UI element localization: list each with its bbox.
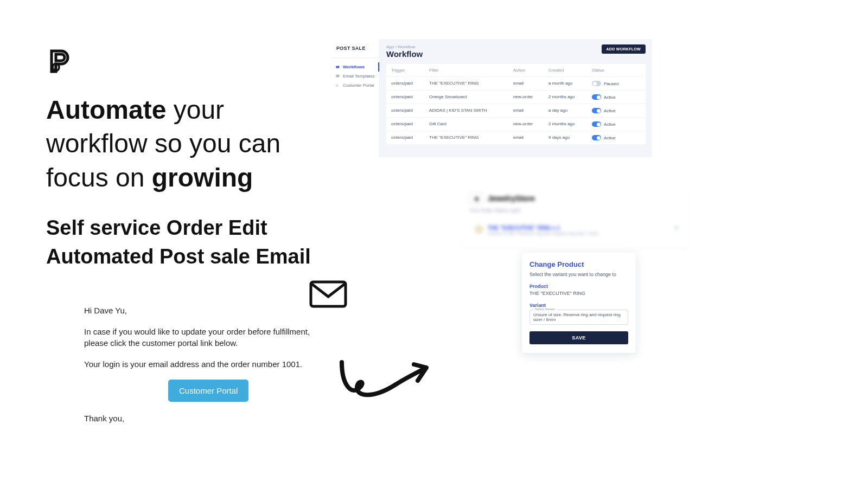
headline-strong-1: Automate [46,95,166,124]
table-row[interactable]: orders/paidADIDAS | KID'S STAN SMITHemai… [386,104,646,118]
product-thumb-icon [475,225,483,234]
sidebar-item-workflows[interactable]: ⇄ Workflows [332,62,379,72]
cell-trigger: orders/paid [391,94,429,100]
store-logo-icon: ◈ [469,192,483,204]
cell-filter: THE "EXECUTIVE" RING [429,135,513,140]
subhead-order-edit: Self service Order Edit [46,216,328,240]
headline: Automate your workflow so you can focus … [46,93,328,195]
variant-select[interactable]: Select Variant Unsure of size. Reserve r… [529,310,628,325]
add-workflow-button[interactable]: ADD WORKFLOW [602,44,646,54]
col-action: Action [513,68,548,73]
cell-created: 9 days ago [548,135,592,140]
email-thanks: Thank you, [84,413,328,424]
edit-icon[interactable]: ✎ [674,225,679,231]
breadcrumb: App / Workflow [386,44,423,49]
cell-trigger: orders/paid [391,108,429,113]
cell-created: a day ago [548,108,592,113]
status-text: Active [604,95,616,100]
email-line-1: In case if you would like to update your… [84,326,328,349]
email-line-2: Your login is your email address and the… [84,358,328,370]
col-filter: Filter [429,68,513,73]
item-variant: Unsure of size. Reserve ring and request… [488,231,599,236]
item-title: THE "EXECUTIVE" RING x 1 [488,225,599,231]
store-name: JewelryStore [488,194,535,203]
status-toggle[interactable] [592,81,601,86]
email-greeting: Hi Dave Yu, [84,305,328,316]
headline-strong-2: growing [152,163,253,192]
sidebar-item-label: Workflows [343,65,365,69]
product-label: Product [529,284,628,289]
table-row[interactable]: orders/paidOrange Snowboardnew-order2 mo… [386,91,646,104]
sidebar-item-label: Email Templates [343,74,375,79]
select-value: Unsure of size. Reserve ring and request… [533,312,621,322]
table-row[interactable]: orders/paidGift Cardnew-order2 months ag… [386,118,646,131]
cell-status: Paused [592,81,641,86]
status-text: Active [604,108,616,113]
cell-action: email [513,108,548,113]
cell-action: new-order [513,121,548,127]
page-title: Workflow [386,49,423,59]
cell-trigger: orders/paid [391,135,429,140]
col-trigger: Trigger [391,68,429,73]
subhead-post-sale: Automated Post sale Email [46,245,328,268]
status-toggle[interactable] [592,94,601,100]
cell-status: Active [592,121,641,127]
arrow-doodle-icon [335,358,433,407]
cell-created: 2 months ago [548,94,592,100]
table-row[interactable]: orders/paidTHE "EXECUTIVE" RINGemaila mo… [386,77,646,91]
cell-status: Active [592,108,641,113]
cell-filter: ADIDAS | KID'S STAN SMITH [429,108,513,113]
workflow-table: Trigger Filter Action Created Status ord… [386,64,646,144]
cell-created: a month ago [548,81,592,86]
cell-trigger: orders/paid [391,121,429,127]
col-created: Created [548,68,592,73]
workflow-app: POST SALE ⇄ Workflows ✉ Email Templates … [332,39,652,157]
modal-desc: Select the variant you want to change to [529,272,628,277]
portal-icon: ⌂ [336,83,340,88]
cell-trigger: orders/paid [391,81,429,86]
order-line-item: THE "EXECUTIVE" RING x 1 Unsure of size.… [469,220,684,241]
cell-action: email [513,81,548,86]
status-text: Paused [604,81,618,86]
cell-filter: Gift Card [429,121,513,127]
status-toggle[interactable] [592,135,601,140]
brand-logo-icon [46,49,70,75]
status-toggle[interactable] [592,108,601,113]
change-product-modal: Change Product Select the variant you wa… [522,253,636,353]
status-text: Active [604,136,616,140]
table-row[interactable]: orders/paidTHE "EXECUTIVE" RINGemail9 da… [386,131,646,144]
cell-status: Active [592,94,641,100]
cell-action: new-order [513,94,548,100]
cell-filter: Orange Snowboard [429,94,513,100]
workflows-icon: ⇄ [336,65,340,69]
cell-action: email [513,135,548,140]
app-sidebar: POST SALE ⇄ Workflows ✉ Email Templates … [332,39,380,157]
product-value: THE "EXECUTIVE" RING [529,291,628,296]
cell-filter: THE "EXECUTIVE" RING [429,81,513,86]
sidebar-item-label: Customer Portal [343,83,374,88]
order-status: Your Order Status: paid [469,208,684,213]
app-brand: POST SALE [332,39,379,58]
table-header: Trigger Filter Action Created Status [386,64,646,77]
col-status: Status [592,68,641,73]
sidebar-item-portal[interactable]: ⌂ Customer Portal [332,81,379,90]
status-toggle[interactable] [592,121,601,127]
email-preview: Hi Dave Yu, In case if you would like to… [84,305,328,434]
cell-status: Active [592,135,641,140]
save-button[interactable]: SAVE [529,331,628,344]
status-text: Active [604,122,616,127]
cell-created: 2 months ago [548,121,592,127]
customer-portal-button[interactable]: Customer Portal [168,380,248,402]
templates-icon: ✉ [336,74,340,79]
order-card-blurred: ◈ JewelryStore Your Order Status: paid T… [463,186,691,248]
select-floating-label: Select Variant [533,307,557,311]
sidebar-item-templates[interactable]: ✉ Email Templates [332,72,379,81]
modal-title: Change Product [529,260,628,268]
